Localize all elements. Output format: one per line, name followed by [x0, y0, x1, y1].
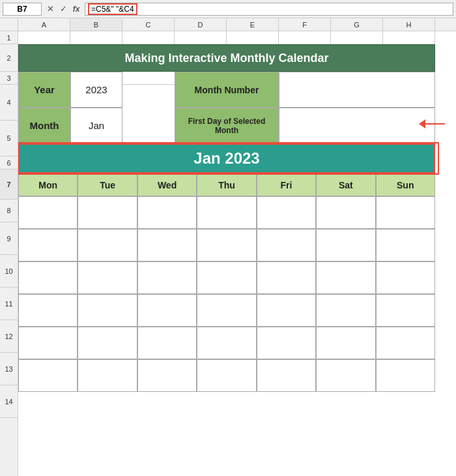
col-header-a: A — [18, 18, 70, 31]
calendar-title: Jan 2023 — [193, 149, 259, 168]
cell-g1[interactable] — [331, 31, 383, 44]
cal-cell-9-3[interactable] — [137, 196, 197, 229]
cal-cell-13-2[interactable] — [78, 327, 137, 359]
cal-cell-10-6[interactable] — [316, 229, 375, 261]
cal-cell-11-6[interactable] — [316, 261, 375, 294]
column-headers: A B C D E F G H — [0, 18, 456, 31]
month-number-value[interactable] — [279, 72, 435, 108]
cal-cell-13-1[interactable] — [18, 327, 78, 359]
cal-cell-14-5[interactable] — [257, 359, 316, 392]
cal-cell-9-4[interactable] — [197, 196, 256, 229]
row-numbers: 1 2 3 4 5 6 7 8 9 10 11 12 13 14 — [0, 31, 18, 476]
row-num-14: 14 — [0, 385, 18, 418]
month-label: Month — [18, 108, 70, 143]
row-num-2: 2 — [0, 44, 18, 72]
formula-input[interactable]: =C5&" "&C4 — [85, 3, 453, 16]
cal-cell-12-4[interactable] — [197, 294, 256, 327]
day-header-sat: Sat — [316, 173, 375, 196]
cal-cell-14-7[interactable] — [376, 359, 435, 392]
cal-cell-13-4[interactable] — [197, 327, 256, 359]
calendar-rows — [18, 196, 435, 392]
day-header-mon: Mon — [18, 173, 78, 196]
formula-text: =C5&" "&C4 — [88, 3, 137, 15]
arrow-line — [425, 123, 445, 125]
cell-f1[interactable] — [279, 31, 331, 44]
cal-cell-11-7[interactable] — [376, 261, 435, 294]
first-day-value[interactable] — [279, 108, 435, 143]
cell-b1[interactable] — [70, 31, 122, 44]
day-header-sun: Sun — [376, 173, 435, 196]
cal-cell-9-1[interactable] — [18, 196, 78, 229]
cal-row-11 — [18, 261, 435, 294]
row-num-8: 8 — [0, 200, 18, 222]
day-headers: Mon Tue Wed Thu Fri Sat Sun — [18, 173, 435, 196]
cal-cell-13-7[interactable] — [376, 327, 435, 359]
cal-cell-14-1[interactable] — [18, 359, 78, 392]
col-header-c: C — [122, 18, 175, 31]
cal-cell-10-4[interactable] — [197, 229, 256, 261]
cal-cell-12-7[interactable] — [376, 294, 435, 327]
confirm-icon[interactable]: ✓ — [57, 3, 69, 15]
cal-cell-11-2[interactable] — [78, 261, 137, 294]
cell-h1[interactable] — [383, 31, 435, 44]
cal-cell-14-4[interactable] — [197, 359, 256, 392]
row-num-13: 13 — [0, 353, 18, 385]
cal-cell-10-1[interactable] — [18, 229, 78, 261]
col-header-f: F — [279, 18, 331, 31]
cal-cell-10-7[interactable] — [376, 229, 435, 261]
cal-cell-10-5[interactable] — [257, 229, 316, 261]
cal-cell-12-5[interactable] — [257, 294, 316, 327]
cal-cell-11-4[interactable] — [197, 261, 256, 294]
cal-cell-10-2[interactable] — [78, 229, 137, 261]
cal-cell-9-6[interactable] — [316, 196, 375, 229]
cell-d1[interactable] — [175, 31, 227, 44]
row-num-4: 4 — [0, 85, 18, 121]
year-value[interactable]: 2023 — [70, 72, 122, 108]
function-icon[interactable]: fx — [70, 3, 82, 15]
cal-cell-10-3[interactable] — [137, 229, 197, 261]
col-header-d: D — [175, 18, 227, 31]
row-1 — [18, 31, 435, 44]
cell-reference[interactable]: B7 — [3, 3, 42, 16]
cal-cell-9-2[interactable] — [78, 196, 137, 229]
right-info-block: Month Number First Day of Selected Month — [175, 72, 435, 143]
cal-cell-13-6[interactable] — [316, 327, 375, 359]
cal-cell-9-7[interactable] — [376, 196, 435, 229]
cal-cell-11-1[interactable] — [18, 261, 78, 294]
month-value[interactable]: Jan — [70, 108, 122, 143]
col-header-b: B — [70, 18, 122, 31]
cal-cell-14-3[interactable] — [137, 359, 197, 392]
cell-c1[interactable] — [122, 31, 175, 44]
cal-cell-11-5[interactable] — [257, 261, 316, 294]
cell-e1[interactable] — [227, 31, 279, 44]
cal-cell-14-6[interactable] — [316, 359, 375, 392]
month-number-row: Month Number — [175, 72, 435, 108]
cal-cell-13-5[interactable] — [257, 327, 316, 359]
row-num-1: 1 — [0, 31, 18, 44]
cal-row-9 — [18, 196, 435, 229]
cancel-icon[interactable]: ✕ — [44, 3, 56, 15]
cal-cell-11-3[interactable] — [137, 261, 197, 294]
cal-cell-14-2[interactable] — [78, 359, 137, 392]
spreadsheet: A B C D E F G H 1 2 3 4 5 6 7 8 9 10 11 … — [0, 18, 456, 476]
row-num-5: 5 — [0, 121, 18, 156]
month-row: Month Jan — [18, 108, 175, 143]
col-header-h: H — [383, 18, 435, 31]
day-header-fri: Fri — [257, 173, 316, 196]
title-text: Making Interactive Monthly Calendar — [124, 52, 328, 65]
row-num-7: 7 — [0, 170, 18, 200]
calendar-banner: Jan 2023 — [18, 143, 435, 173]
title-banner: Making Interactive Monthly Calendar — [18, 44, 435, 72]
cal-cell-9-5[interactable] — [257, 196, 316, 229]
cell-a1[interactable] — [18, 31, 70, 44]
year-label: Year — [18, 72, 70, 108]
cal-cell-12-2[interactable] — [78, 294, 137, 327]
cal-cell-12-3[interactable] — [137, 294, 197, 327]
cal-cell-13-3[interactable] — [137, 327, 197, 359]
cal-cell-12-1[interactable] — [18, 294, 78, 327]
row-num-12: 12 — [0, 320, 18, 353]
left-info-block: Year 2023 Month Jan — [18, 72, 175, 143]
first-day-row: First Day of Selected Month — [175, 108, 435, 143]
cal-cell-12-6[interactable] — [316, 294, 375, 327]
col-header-e: E — [227, 18, 279, 31]
